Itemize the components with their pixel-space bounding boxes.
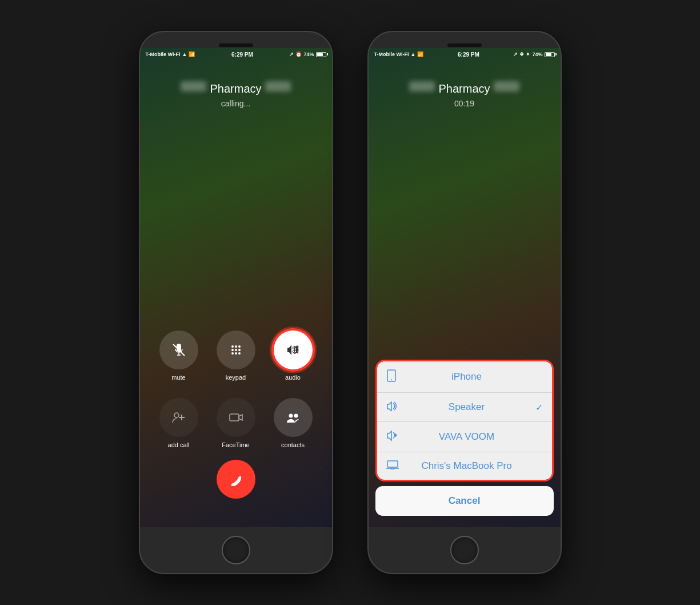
phone-top-1 [140,32,332,48]
call-screen-2: ████ Pharmacy ████ 00:19 [369,48,561,527]
bluetooth-device-icon: ✱ [386,430,402,444]
svg-point-6 [231,349,234,351]
status-battery-2: ↗ ❖ ✴ 74% [513,51,554,57]
audio-button[interactable]: ✱ ⌘ audio [270,331,316,381]
status-carrier-2: T-Mobile Wi-Fi ▲ 📶 [374,51,424,57]
contact-name-2: Pharmacy [438,82,490,95]
speaker-grille-2 [447,43,482,47]
status-carrier-1: T-Mobile Wi-Fi ▲ 📶 [146,51,195,57]
macbook-label: Chris's MacBook Pro [402,460,531,472]
end-call-button[interactable] [217,460,255,499]
contacts-circle [274,398,313,437]
audio-option-macbook[interactable]: Chris's MacBook Pro [377,452,552,480]
audio-option-iphone[interactable]: iPhone [377,361,552,393]
svg-rect-17 [230,414,239,421]
phone-bottom-1 [140,527,332,573]
svg-point-9 [231,352,234,355]
iphone-icon [386,369,402,384]
mute-button[interactable]: mute [156,331,202,381]
svg-point-8 [238,349,241,351]
add-call-label: add call [168,441,190,448]
call-timer-2: 00:19 [409,99,519,108]
svg-point-11 [238,352,241,355]
add-call-circle [159,398,198,437]
svg-point-10 [235,352,237,355]
mute-circle [159,331,198,369]
phone-top-2 [369,32,561,48]
contact-blur-right-2: ████ [494,81,519,91]
svg-marker-18 [239,415,242,420]
svg-point-7 [235,349,237,351]
home-button-2[interactable] [450,536,479,564]
status-bar-1: T-Mobile Wi-Fi ▲ 📶 6:29 PM ↗ ⏰ 74% [140,48,332,61]
speaker-icon [386,401,402,413]
audio-picker-highlight: iPhone Spe [375,360,554,481]
audio-option-vava[interactable]: ✱ VAVA VOOM [377,422,552,452]
contacts-button[interactable]: contacts [270,398,316,448]
action-sheet-overlay: iPhone Spe [369,354,561,527]
home-button-1[interactable] [222,536,250,564]
call-buttons-1: mute keypad [156,331,316,448]
laptop-icon [386,460,402,472]
audio-label: audio [285,374,301,381]
contact-blur-left-2: ████ [409,81,435,91]
audio-picker-list: iPhone Spe [377,361,552,480]
svg-point-5 [238,345,241,348]
battery-fill-1 [317,53,323,56]
call-status-1: calling... [181,99,291,108]
speaker-check: ✓ [531,402,543,413]
keypad-label: keypad [226,374,246,381]
contacts-label: contacts [281,441,305,448]
facetime-circle [217,398,255,437]
contact-name-1: Pharmacy [210,82,261,95]
audio-circle: ✱ ⌘ [274,331,313,369]
svg-point-22 [391,379,392,380]
svg-point-4 [235,345,237,348]
vava-label: VAVA VOOM [402,431,531,443]
iphone-label: iPhone [402,371,531,383]
phone-bottom-2 [369,527,561,573]
speaker-grille-1 [219,43,253,47]
status-bar-2: T-Mobile Wi-Fi ▲ 📶 6:29 PM ↗ ❖ ✴ 74% [369,48,561,61]
battery-icon-1 [316,52,326,57]
cancel-button[interactable]: Cancel [375,486,554,516]
status-time-2: 6:29 PM [458,51,479,58]
battery-fill-2 [546,53,551,56]
keypad-button[interactable]: keypad [213,331,259,381]
svg-text:✱: ✱ [394,433,398,438]
add-call-button[interactable]: add call [156,398,202,448]
phone-screen-1: T-Mobile Wi-Fi ▲ 📶 6:29 PM ↗ ⏰ 74% ████ … [140,48,332,527]
phone-screen-2: T-Mobile Wi-Fi ▲ 📶 6:29 PM ↗ ❖ ✴ 74% ███… [369,48,561,527]
keypad-circle [217,331,255,369]
contact-blur-right-1: ████ [265,81,291,91]
battery-icon-2 [545,52,555,57]
speaker-label: Speaker [402,401,531,413]
audio-option-speaker[interactable]: Speaker ✓ [377,393,552,422]
facetime-label: FaceTime [222,441,250,448]
call-screen-1: ████ Pharmacy ████ calling... [140,48,332,527]
svg-point-20 [294,414,298,418]
bluetooth-overlay: ⌘ [291,345,299,355]
facetime-button[interactable]: FaceTime [213,398,259,448]
contact-area-1: ████ Pharmacy ████ calling... [181,77,291,108]
mute-label: mute [171,374,185,381]
phone-1: T-Mobile Wi-Fi ▲ 📶 6:29 PM ↗ ⏰ 74% ████ … [139,31,333,574]
phone-2: T-Mobile Wi-Fi ▲ 📶 6:29 PM ↗ ❖ ✴ 74% ███… [367,31,562,574]
status-time-1: 6:29 PM [231,51,253,58]
contact-blur-left-1: ████ [181,81,206,91]
svg-point-14 [174,413,179,417]
svg-rect-24 [387,461,398,467]
svg-point-19 [289,414,293,418]
contact-area-2: ████ Pharmacy ████ 00:19 [409,77,519,108]
status-battery-1: ↗ ⏰ 74% [289,51,326,57]
svg-point-3 [231,345,234,348]
